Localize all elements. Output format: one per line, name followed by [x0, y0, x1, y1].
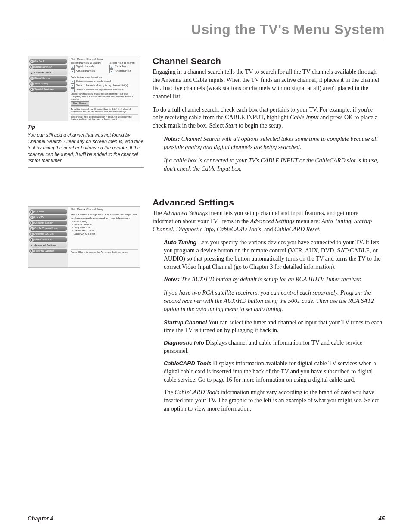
- nav2-antenna-list: 4Antenna Ch. List: [29, 232, 67, 236]
- nav2-go-back: 0Go Back: [29, 209, 67, 214]
- paragraph: Engaging in a channel search tells the T…: [153, 68, 385, 101]
- chapter-label: Chapter 4: [28, 515, 53, 522]
- subsection-startup-channel: Startup Channel You can select the tuner…: [164, 319, 385, 335]
- paragraph: The CableCARD Tools information might va…: [164, 389, 385, 413]
- tip-heading: Tip: [28, 124, 144, 130]
- page-footer: Chapter 4 45: [28, 513, 385, 522]
- nav-go-back: 0Go Back: [29, 59, 67, 64]
- running-header: Using the TV's Menu System: [26, 22, 385, 40]
- note: Notes: Channel Search with all options s…: [164, 135, 385, 152]
- nav2-video-input: 5Video Input List: [29, 237, 67, 242]
- breadcrumb-2: Main Menu ▸ Channel Setup: [71, 208, 138, 211]
- nav2-advanced-settings: 6Advanced Settings: [29, 243, 67, 248]
- note: If you have two RCA satellite receivers,…: [164, 289, 385, 314]
- breadcrumb: Main Menu ▸ Channel Setup: [71, 58, 138, 61]
- nav2-lock-tv: 1Lock TV: [29, 215, 67, 220]
- nav2-parental: 7Parental Controls: [29, 249, 67, 253]
- paragraph: The Advanced Settings menu lets you set …: [153, 209, 385, 234]
- start-search-button: Start Search: [71, 101, 89, 105]
- page-number: 45: [379, 515, 385, 522]
- nav-signal-strength: 1Signal Strength: [29, 65, 67, 69]
- note: Notes: The AUX•HD button by default is s…: [164, 276, 385, 284]
- subsection-diagnostic-info: Diagnostic Info Displays channel and cab…: [164, 339, 385, 355]
- screenshot-channel-search: 0Go Back 1Signal Strength 2Channel Searc…: [28, 56, 140, 121]
- nav2-channel-search: 2Channel Search: [29, 221, 67, 225]
- nav-signal-source: 3Signal Source: [29, 76, 67, 81]
- heading-advanced-settings: Advanced Settings: [153, 197, 385, 208]
- nav-special-features: 5Special Features: [29, 87, 67, 92]
- paragraph: To do a full channel search, check each …: [153, 106, 385, 131]
- screenshot-advanced-settings: 0Go Back 1Lock TV 2Channel Search 3Cable…: [28, 206, 140, 268]
- note: If a cable box is connected to your TV's…: [164, 157, 385, 173]
- tip-body: You can still add a channel that was not…: [28, 132, 144, 168]
- heading-channel-search: Channel Search: [153, 56, 385, 66]
- subsection-auto-tuning: Auto Tuning Lets you specify the various…: [164, 239, 385, 271]
- nav2-cable-lists: 3Cable Channel Lists: [29, 226, 67, 231]
- nav-auto-tuning: 4Auto Tuning: [29, 81, 67, 86]
- subsection-cablecard-tools: CableCARD Tools Displays information ava…: [164, 360, 385, 384]
- nav-channel-search: 2Channel Search: [29, 70, 67, 75]
